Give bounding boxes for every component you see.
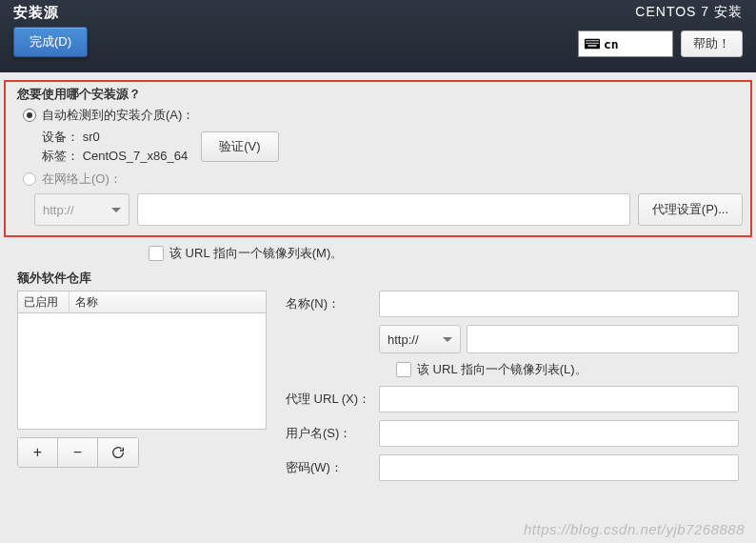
auto-detected-media-radio-row[interactable]: 自动检测到的安装介质(A)：	[13, 107, 743, 124]
verify-button[interactable]: 验证(V)	[201, 131, 278, 162]
repo-th-name[interactable]: 名称	[70, 292, 266, 312]
help-button[interactable]: 帮助！	[681, 30, 743, 57]
repo-mirror-label: 该 URL 指向一个镜像列表(L)。	[417, 361, 587, 378]
repo-user-input[interactable]	[379, 420, 739, 447]
radio-unselected-icon	[23, 172, 36, 186]
svg-rect-5	[593, 40, 594, 41]
repo-pass-input[interactable]	[379, 454, 739, 481]
tag-value: CentOS_7_x86_64	[83, 149, 189, 163]
repo-toolbar: + −	[17, 437, 139, 468]
installer-header: 安装源 完成(D) CENTOS 7 安装 cn 帮助！	[0, 0, 756, 72]
network-source-radio-row[interactable]: 在网络上(O)：	[13, 171, 743, 188]
tag-label: 标签：	[42, 149, 79, 163]
svg-rect-4	[591, 40, 592, 41]
repo-proxy-url-input[interactable]	[379, 386, 739, 412]
repo-table-header: 已启用 名称	[17, 291, 267, 313]
additional-repos-section: 额外软件仓库 已启用 名称 + − 名称(N)：	[17, 270, 739, 481]
device-info-block: 设备： sr0 标签： CentOS_7_x86_64 验证(V)	[42, 128, 743, 165]
svg-rect-15	[587, 45, 596, 46]
device-label: 设备：	[42, 130, 79, 144]
url-scheme-select[interactable]: http://	[34, 193, 129, 226]
repo-proxy-url-label: 代理 URL (X)：	[286, 391, 373, 408]
svg-rect-13	[595, 43, 596, 44]
svg-rect-11	[591, 43, 592, 44]
repo-scheme-select[interactable]: http://	[379, 325, 461, 353]
mirror-list-label: 该 URL 指向一个镜像列表(M)。	[169, 245, 343, 262]
done-button[interactable]: 完成(D)	[13, 27, 88, 57]
source-url-input[interactable]	[137, 193, 630, 226]
chevron-down-icon	[443, 337, 452, 342]
checkbox-unchecked-icon	[396, 362, 411, 377]
device-value: sr0	[83, 130, 100, 144]
repo-name-input[interactable]	[379, 291, 739, 317]
keyboard-layout-label: cn	[604, 37, 619, 51]
svg-rect-12	[593, 43, 594, 44]
repo-scheme-value: http://	[388, 332, 419, 347]
repo-detail-form: 名称(N)： http:// 该 URL 指向一个镜像列表(L)。 代理 URL…	[286, 291, 739, 481]
repo-pass-label: 密码(W)：	[286, 459, 373, 476]
remove-repo-button[interactable]: −	[58, 438, 98, 467]
repo-url-input[interactable]	[467, 325, 739, 353]
svg-rect-7	[597, 40, 598, 41]
minus-icon: −	[73, 444, 82, 461]
svg-rect-1	[586, 40, 587, 41]
repo-mirror-checkbox-row[interactable]: 该 URL 指向一个镜像列表(L)。	[396, 361, 739, 378]
keyboard-layout-selector[interactable]: cn	[578, 30, 673, 57]
svg-rect-3	[589, 40, 590, 41]
svg-rect-9	[587, 43, 588, 44]
repo-name-label: 名称(N)：	[286, 295, 373, 312]
svg-rect-8	[586, 43, 587, 44]
repo-user-label: 用户名(S)：	[286, 425, 373, 442]
header-right: CENTOS 7 安装 cn 帮助！	[578, 4, 756, 57]
repo-table-body[interactable]	[17, 313, 267, 430]
installer-brand-title: CENTOS 7 安装	[578, 4, 743, 21]
chevron-down-icon	[111, 208, 121, 212]
source-question-label: 您要使用哪个安装源？	[17, 86, 743, 103]
repo-left-panel: 已启用 名称 + −	[17, 291, 267, 481]
checkbox-unchecked-icon	[149, 246, 164, 261]
plus-icon: +	[33, 444, 42, 461]
refresh-icon	[110, 445, 126, 460]
installation-source-group: 您要使用哪个安装源？ 自动检测到的安装介质(A)： 设备： sr0 标签： Ce…	[4, 80, 752, 237]
radio-selected-icon	[23, 109, 36, 122]
network-source-label: 在网络上(O)：	[42, 171, 122, 188]
auto-detected-media-label: 自动检测到的安装介质(A)：	[42, 107, 194, 124]
mirror-list-checkbox-row[interactable]: 该 URL 指向一个镜像列表(M)。	[149, 245, 756, 262]
keyboard-icon	[585, 38, 600, 50]
svg-rect-10	[589, 43, 590, 44]
proxy-settings-button[interactable]: 代理设置(P)...	[638, 193, 743, 226]
svg-rect-14	[597, 43, 598, 44]
watermark-text: https://blog.csdn.net/yjb7268888	[524, 521, 745, 537]
url-scheme-value: http://	[43, 203, 74, 217]
svg-rect-2	[587, 40, 588, 41]
refresh-repo-button[interactable]	[98, 438, 138, 467]
repo-th-enabled[interactable]: 已启用	[18, 292, 70, 312]
body-area: 您要使用哪个安装源？ 自动检测到的安装介质(A)： 设备： sr0 标签： Ce…	[0, 72, 756, 481]
additional-repos-title: 额外软件仓库	[17, 270, 739, 287]
svg-rect-6	[595, 40, 596, 41]
add-repo-button[interactable]: +	[18, 438, 58, 467]
